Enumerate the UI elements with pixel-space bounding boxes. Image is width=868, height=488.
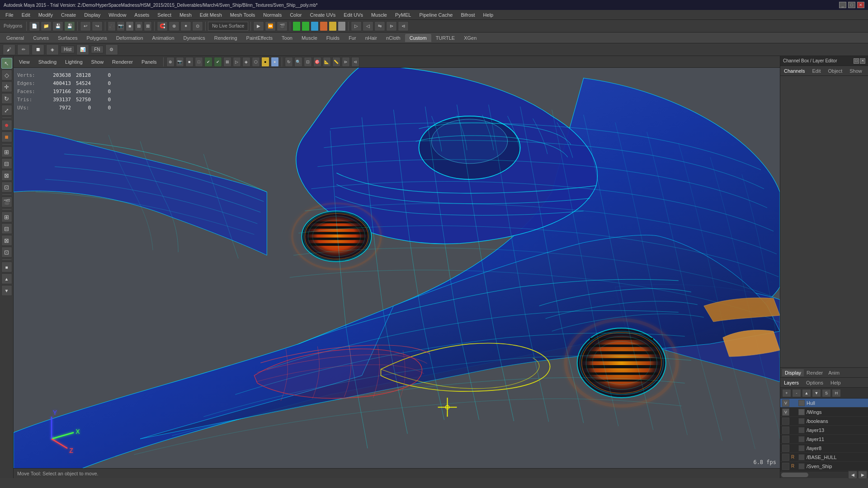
grid-btn-2[interactable]: ⊟: [1, 158, 12, 169]
vp-btn-8[interactable]: ▷: [233, 57, 241, 67]
scroll-left-btn[interactable]: ◀: [848, 471, 857, 479]
le-tab-display[interactable]: Display: [782, 369, 804, 376]
vp-btn-20[interactable]: ⊲: [351, 57, 359, 67]
panel-close-btn[interactable]: ✕: [860, 58, 865, 64]
menu-normals[interactable]: Normals: [259, 11, 285, 19]
grid-btn-4[interactable]: ⊡: [1, 182, 12, 192]
vp-btn-3[interactable]: ■: [185, 57, 193, 67]
vp-btn-13[interactable]: ↻: [285, 57, 293, 67]
layer-row-wings[interactable]: V /Wings: [780, 408, 868, 417]
grid-btn-1[interactable]: ⊞: [1, 146, 12, 157]
le-tab-render[interactable]: Render: [804, 369, 826, 376]
ls-tab-layers[interactable]: Layers: [782, 379, 801, 386]
vp-btn-16[interactable]: 🎯: [313, 57, 321, 67]
tb-save[interactable]: 💾: [52, 21, 63, 31]
tab-xgen[interactable]: XGen: [459, 34, 481, 42]
lighting-menu[interactable]: Lighting: [61, 58, 86, 66]
tab-muscle[interactable]: Muscle: [297, 34, 322, 42]
tb-save2[interactable]: 💾: [64, 21, 75, 31]
tb-undo[interactable]: ↩: [80, 21, 91, 31]
tb-extra1[interactable]: ▷: [351, 21, 362, 31]
layer-btn-3[interactable]: ⊠: [1, 235, 12, 246]
vp-btn-10[interactable]: ⬡: [252, 57, 260, 67]
menu-mesh-tools[interactable]: Mesh Tools: [226, 11, 259, 19]
tb-hist-icon[interactable]: 📊: [76, 44, 89, 55]
vp-btn-1[interactable]: ⊕: [166, 57, 175, 67]
tab-custom[interactable]: Custom: [405, 34, 431, 42]
layer-btn-4[interactable]: ⊡: [1, 247, 12, 258]
viewport-canvas[interactable]: X Y Z Verts: 203638 28128 0 Edges:: [14, 68, 780, 468]
tb-snap4[interactable]: ⊙: [192, 21, 203, 31]
tb-open[interactable]: 📁: [41, 21, 52, 31]
tab-animation[interactable]: Animation: [148, 34, 179, 42]
tb-cam2[interactable]: 📷: [117, 21, 125, 31]
vp-btn-14[interactable]: 🔍: [294, 57, 302, 67]
tab-polygons[interactable]: Polygons: [82, 34, 111, 42]
layer-hide-btn[interactable]: H: [832, 389, 841, 397]
layer-row-hull[interactable]: V Hull: [780, 399, 868, 408]
minimize-button[interactable]: _: [839, 2, 846, 8]
tab-deformation[interactable]: Deformation: [112, 34, 148, 42]
ls-tab-options[interactable]: Options: [804, 379, 825, 386]
extra-btn-2[interactable]: ▲: [1, 273, 12, 284]
tb-cam3[interactable]: ■: [126, 21, 134, 31]
vp-btn-11[interactable]: ●: [261, 57, 269, 67]
tb-extra2[interactable]: ◁: [363, 21, 373, 31]
vp-btn-7[interactable]: ⊠: [223, 57, 231, 67]
scroll-right-btn[interactable]: ▶: [858, 471, 867, 479]
tb-render1[interactable]: ▶: [253, 21, 264, 31]
menu-modify[interactable]: Modify: [35, 11, 57, 19]
tb-extra4[interactable]: ⊳: [386, 21, 397, 31]
vp-btn-6[interactable]: ✔: [214, 57, 222, 67]
menu-bifrost[interactable]: Bifrost: [457, 11, 478, 19]
layer-vis-base-hull[interactable]: [782, 454, 789, 461]
panels-menu[interactable]: Panels: [138, 58, 160, 66]
layer-vis-sven-ship[interactable]: [782, 463, 789, 470]
tab-fluids[interactable]: Fluids: [322, 34, 344, 42]
grid-btn-3[interactable]: ⊠: [1, 170, 12, 181]
tb-cam4[interactable]: ⊞: [135, 21, 143, 31]
renderer-menu[interactable]: Renderer: [108, 58, 137, 66]
layer-row-layer8[interactable]: /layer8: [780, 444, 868, 453]
menu-pipeline-cache[interactable]: Pipeline Cache: [415, 11, 456, 19]
menu-mesh[interactable]: Mesh: [176, 11, 195, 19]
layer-vis-layer11[interactable]: [782, 436, 789, 443]
layer-dn-btn[interactable]: ▼: [812, 389, 821, 397]
tab-painteffects[interactable]: PaintEffects: [242, 34, 278, 42]
tab-general[interactable]: General: [2, 34, 28, 42]
panel-float-btn[interactable]: □: [854, 58, 859, 64]
layer-new-btn[interactable]: +: [782, 389, 791, 397]
tb-cam1[interactable]: 🎥: [108, 21, 116, 31]
tb-snap1[interactable]: 🧲: [157, 21, 168, 31]
fn-button[interactable]: FN: [91, 46, 103, 53]
layer-row-booleans[interactable]: /booleans: [780, 417, 868, 426]
vp-btn-5[interactable]: ✔: [204, 57, 212, 67]
tb-render2[interactable]: ⏩: [265, 21, 276, 31]
layer-row-layer11[interactable]: /layer11: [780, 435, 868, 444]
lasso-tool-btn[interactable]: ◇: [1, 70, 12, 80]
tab-surfaces[interactable]: Surfaces: [53, 34, 82, 42]
vp-btn-12[interactable]: ●: [271, 57, 279, 67]
layer-vis-layer8[interactable]: [782, 445, 789, 452]
layer-row-base-hull[interactable]: R /BASE_HULL: [780, 453, 868, 462]
layer-vis-wings[interactable]: V: [782, 408, 789, 416]
menu-select[interactable]: Select: [154, 11, 175, 19]
menu-assets[interactable]: Assets: [131, 11, 153, 19]
tb-col3[interactable]: [311, 21, 319, 31]
ch-tab-object[interactable]: Object: [826, 67, 844, 75]
shading-menu[interactable]: Shading: [35, 58, 60, 66]
layer-vis-layer13[interactable]: [782, 427, 789, 434]
tab-dynamics[interactable]: Dynamics: [179, 34, 210, 42]
move-tool-btn[interactable]: ✛: [1, 81, 12, 92]
tab-rendering[interactable]: Rendering: [210, 34, 242, 42]
tb-snap2[interactable]: ⊕: [169, 21, 179, 31]
tb-col6[interactable]: [338, 21, 346, 31]
scale-tool-btn[interactable]: ⤢: [1, 105, 12, 116]
vp-btn-9[interactable]: ◈: [242, 57, 250, 67]
maximize-button[interactable]: □: [848, 2, 855, 8]
layer-del-btn[interactable]: -: [792, 389, 801, 397]
tab-toon[interactable]: Toon: [277, 34, 297, 42]
layer-row-sven-ship[interactable]: R /Sven_Ship: [780, 462, 868, 471]
menu-color[interactable]: Color: [286, 11, 305, 19]
extra-btn-1[interactable]: ■: [1, 262, 12, 272]
